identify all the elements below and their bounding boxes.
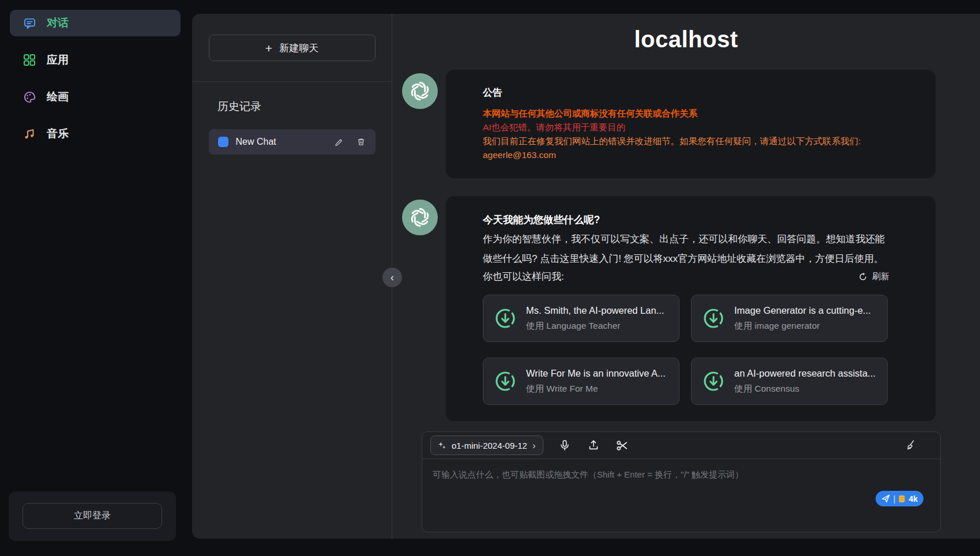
chevron-left-icon: ‹ (391, 272, 394, 284)
plus-icon: + (265, 42, 272, 54)
notice-line: 本网站与任何其他公司或商标没有任何关联或合作关系 (483, 107, 889, 121)
suggestion-card[interactable]: Ms. Smith, the AI-powered Lan... 使用 Lang… (483, 295, 679, 342)
suggestion-title: an AI-powered research assista... (734, 368, 876, 379)
sidebar-item-label: 绘画 (47, 89, 69, 104)
notice-bubble: 公告 本网站与任何其他公司或商标没有任何关联或合作关系 AI也会犯错。请勿将其用… (446, 70, 936, 178)
refresh-icon (858, 272, 868, 281)
suggestion-subtitle: 使用 Consensus (734, 383, 876, 395)
refresh-label: 刷新 (872, 271, 889, 282)
microphone-icon[interactable] (557, 438, 572, 453)
model-selector[interactable]: o1-mini-2024-09-12 › (430, 435, 543, 455)
welcome-body: 作为你的智慧伙伴，我不仅可以写文案、出点子，还可以和你聊天、回答问题。想知道我还… (483, 230, 889, 269)
sidebar-item-music[interactable]: 音乐 (10, 121, 181, 147)
model-label: o1-mini-2024-09-12 (452, 441, 527, 450)
notice-email-link[interactable]: ageerle@163.com (483, 148, 889, 162)
refresh-button[interactable]: 刷新 (858, 271, 889, 282)
message-welcome: 今天我能为您做些什么呢? 作为你的智慧伙伴，我不仅可以写文案、出点子，还可以和你… (402, 196, 980, 421)
notice-heading: 公告 (483, 86, 889, 99)
history-title: 历史记录 (217, 99, 392, 114)
login-card: 立即登录 (9, 491, 176, 541)
palette-icon (22, 90, 36, 104)
chat-color-icon (218, 137, 228, 147)
notice-line: 我们目前正在修复我们网站上的错误并改进细节。如果您有任何疑问，请通过以下方式联系… (483, 134, 889, 148)
chat-bubble-icon (22, 16, 36, 30)
notice-line: AI也会犯错。请勿将其用于重要目的 (483, 121, 889, 134)
history-item[interactable]: New Chat (209, 129, 376, 155)
badge-divider: | (893, 494, 896, 504)
login-button[interactable]: 立即登录 (22, 503, 162, 529)
composer-input-area (422, 460, 940, 532)
history-divider (192, 81, 392, 82)
sidebar-item-drawing[interactable]: 绘画 (10, 84, 181, 110)
new-chat-label: 新建聊天 (279, 42, 318, 55)
suggestion-card[interactable]: Write For Me is an innovative A... 使用 Wr… (483, 358, 679, 405)
suggestion-title: Ms. Smith, the AI-powered Lan... (526, 305, 664, 316)
welcome-heading: 今天我能为您做些什么呢? (483, 212, 889, 227)
suggestion-subtitle: 使用 Write For Me (526, 383, 666, 395)
ask-hint: 你也可以这样问我: (483, 270, 564, 283)
download-circle-icon (702, 307, 725, 330)
download-circle-icon (494, 370, 517, 393)
chatgpt-logo-icon (407, 205, 433, 230)
download-circle-icon (494, 307, 517, 330)
avatar (402, 73, 438, 109)
sidebar-item-label: 对话 (47, 16, 69, 31)
collapse-sidebar-button[interactable]: ‹ (382, 268, 402, 287)
sidebar-item-label: 应用 (47, 52, 69, 67)
coin-icon (899, 495, 905, 503)
page-title: localhost (392, 27, 980, 52)
scissors-icon[interactable] (615, 438, 630, 453)
history-item-title: New Chat (236, 137, 322, 147)
avatar (402, 200, 438, 235)
history-panel: + 新建聊天 历史记录 New Chat ‹ (192, 14, 392, 539)
edit-icon[interactable] (335, 137, 344, 147)
chat-area: localhost (392, 14, 980, 539)
composer-toolbar: o1-mini-2024-09-12 › (422, 432, 940, 459)
sidebar-item-chat[interactable]: 对话 (10, 10, 181, 36)
new-chat-button[interactable]: + 新建聊天 (209, 35, 376, 61)
music-note-icon (22, 127, 36, 141)
suggestion-title: Write For Me is an innovative A... (526, 368, 666, 379)
token-count: 4k (908, 494, 918, 504)
suggestion-cards: Ms. Smith, the AI-powered Lan... 使用 Lang… (483, 295, 889, 405)
suggestion-card[interactable]: Image Generator is a cutting-e... 使用 ima… (691, 295, 888, 342)
suggestion-title: Image Generator is a cutting-e... (734, 305, 871, 316)
suggestion-subtitle: 使用 image generator (734, 320, 871, 332)
message-input[interactable] (422, 460, 940, 532)
main-panel: + 新建聊天 历史记录 New Chat ‹ (192, 14, 980, 539)
download-circle-icon (702, 370, 725, 393)
upload-icon[interactable] (586, 438, 601, 453)
token-badge[interactable]: | 4k (876, 491, 923, 506)
sidebar: 对话 应用 绘画 (0, 0, 190, 556)
chevron-right-icon: › (532, 441, 536, 450)
suggestion-subtitle: 使用 Language Teacher (526, 320, 664, 332)
sidebar-item-apps[interactable]: 应用 (10, 47, 181, 73)
sidebar-item-label: 音乐 (47, 126, 69, 141)
suggestion-card[interactable]: an AI-powered research assista... 使用 Con… (691, 358, 888, 405)
sparkles-icon (438, 441, 446, 450)
delete-icon[interactable] (356, 137, 366, 147)
message-notice: 公告 本网站与任何其他公司或商标没有任何关联或合作关系 AI也会犯错。请勿将其用… (402, 70, 980, 178)
welcome-bubble: 今天我能为您做些什么呢? 作为你的智慧伙伴，我不仅可以写文案、出点子，还可以和你… (446, 196, 936, 421)
chatgpt-logo-icon (407, 78, 433, 104)
clear-broom-icon[interactable] (903, 438, 918, 453)
composer: o1-mini-2024-09-12 › (422, 431, 941, 532)
apps-grid-icon (22, 53, 36, 67)
send-plane-icon (881, 494, 890, 503)
